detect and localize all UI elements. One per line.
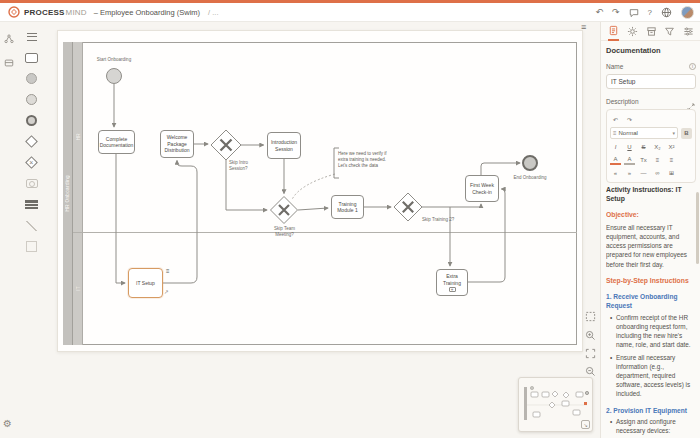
app-window: PROCESS MIND – Employee Onboarding (Swim… [0, 0, 700, 438]
doc-block-p: Ensure all necessary IT equipment, accou… [606, 223, 694, 269]
name-input[interactable] [606, 74, 696, 89]
task-it-setup[interactable]: IT Setup [128, 268, 163, 298]
paragraph-style-select[interactable]: ≡Normal▾ [610, 127, 678, 139]
clear-format-button[interactable]: Tx [638, 154, 649, 165]
text-color-button[interactable]: A [610, 155, 621, 165]
palette-menu[interactable] [18, 26, 45, 47]
frame-select-icon[interactable] [584, 310, 596, 322]
doc-block-bh: 2. Provision IT Equipment [606, 407, 694, 416]
gateway-skip-intro-label: Skip Intro Session? [229, 160, 253, 172]
fit-screen-icon[interactable] [584, 347, 596, 359]
zoom-in-icon[interactable] [584, 329, 596, 341]
subscript-button[interactable]: X₂ [652, 141, 663, 152]
pool-outline[interactable] [63, 42, 577, 345]
doc-block-li: Confirm receipt of the HR onboarding req… [606, 314, 694, 350]
panel-scrollbar[interactable] [696, 192, 699, 264]
board-icon[interactable] [4, 54, 14, 72]
palette-connector-tool[interactable] [18, 215, 45, 236]
tune-icon[interactable] [683, 22, 694, 41]
intermediate-event-tool-icon [26, 94, 37, 105]
italic-button[interactable]: I [610, 141, 621, 152]
palette-lane-tool[interactable] [18, 194, 45, 215]
doc-block-li: Ensure all necessary information (e.g., … [606, 354, 694, 399]
redo-button[interactable]: ↷ [624, 114, 635, 125]
breadcrumb-suffix[interactable]: / ... [208, 8, 218, 17]
task-complete-documentation[interactable]: Complete Documentation [98, 130, 135, 154]
horizontal-rule-button[interactable]: — [638, 167, 649, 178]
undo-icon[interactable]: ↶ [595, 8, 603, 17]
highlight-color-button[interactable]: A [624, 155, 635, 165]
filter-icon[interactable] [664, 22, 675, 41]
start-event-label: Start Onboarding [84, 57, 144, 63]
settings-icon[interactable] [627, 22, 638, 41]
undo-button[interactable]: ↶ [610, 114, 621, 125]
it-setup-doc-indicator-icon[interactable]: ≡ [166, 268, 170, 276]
help-icon[interactable]: ? [648, 9, 652, 17]
header-bar: PROCESS MIND – Employee Onboarding (Swim… [0, 3, 700, 22]
hierarchy-icon[interactable] [4, 30, 14, 48]
lane-top-header[interactable]: HR [73, 42, 83, 232]
comment-icon[interactable] [629, 8, 639, 18]
brand: PROCESS MIND – Employee Onboarding (Swim… [8, 6, 219, 18]
task-training-module[interactable]: Training Module 1 [331, 195, 364, 219]
pool-label: HR Onboarding [65, 175, 70, 211]
strikethrough-button[interactable]: S [638, 141, 649, 152]
info-icon[interactable]: i [689, 63, 696, 70]
gateway-tool-icon [25, 135, 38, 148]
redo-icon[interactable]: ↷ [612, 8, 620, 17]
lane-bottom-label: IT [76, 286, 81, 291]
minimap-collapse-icon[interactable]: ↘ [581, 420, 590, 429]
subprocess-tool-icon [26, 179, 38, 188]
end-event-label: End Onboarding [500, 175, 560, 181]
start-event-tool-icon [26, 73, 37, 84]
exclusive-gateway-tool-icon [25, 156, 38, 169]
palette-frame-tool[interactable] [18, 236, 45, 257]
task-extra-training[interactable]: Extra Training + [436, 269, 468, 296]
pool-header[interactable]: HR Onboarding [63, 42, 73, 345]
globe-icon[interactable] [661, 7, 672, 18]
panel-title: Documentation [606, 46, 661, 55]
link-button[interactable]: ∞ [652, 167, 663, 178]
zoom-out-icon[interactable] [584, 365, 596, 377]
bold-button[interactable]: B [681, 128, 692, 139]
subprocess-marker-icon: + [449, 287, 456, 292]
superscript-button[interactable]: X² [666, 141, 677, 152]
palette-end-event-tool[interactable] [18, 110, 45, 131]
align-left-button[interactable]: ≡ [652, 154, 663, 165]
palette-start-event-tool[interactable] [18, 68, 45, 89]
palette-gateway-tool[interactable] [18, 131, 45, 152]
task-first-week-checkin[interactable]: First Week Check-in [465, 175, 499, 202]
palette-exclusive-gateway-tool[interactable] [18, 152, 45, 173]
indent-button[interactable]: » [624, 167, 635, 178]
task-introduction-session[interactable]: Introduction Session [267, 132, 301, 159]
palette-subprocess-tool[interactable] [18, 173, 45, 194]
minimap[interactable]: ↘ [518, 377, 593, 432]
annotation-text[interactable]: Here we need to verify if extra training… [338, 151, 387, 169]
align-right-button[interactable]: ≡ [666, 154, 677, 165]
user-avatar[interactable] [681, 6, 694, 19]
doc-block-oh: Objective: [606, 210, 694, 219]
brand-name-light: MIND [66, 8, 87, 17]
task-welcome-package[interactable]: Welcome Package Distribution [160, 130, 194, 158]
outdent-button[interactable]: « [610, 167, 621, 178]
it-setup-link-icon[interactable]: ↗ [164, 289, 169, 296]
panel-toggle-icon[interactable]: ≡ [581, 22, 586, 32]
end-event-tool-icon [26, 115, 37, 126]
doc-block-h: Activity Instructions: IT Setup [606, 185, 694, 203]
shape-palette [18, 26, 45, 257]
settings-gear-icon[interactable]: ⚙ [3, 418, 12, 429]
documentation-icon[interactable] [608, 22, 619, 41]
documentation-content[interactable]: Activity Instructions: IT SetupObjective… [606, 182, 694, 438]
lane-bottom-header[interactable]: IT [73, 232, 83, 345]
library-icon[interactable] [646, 22, 657, 41]
doc-block-li: Assign and configure necessary devices: [606, 418, 694, 436]
description-field-label: Description [606, 98, 639, 105]
palette-task-tool[interactable] [18, 47, 45, 68]
accent-strip [0, 0, 700, 3]
underline-button[interactable]: U [624, 141, 635, 152]
palette-intermediate-event-tool[interactable] [18, 89, 45, 110]
table-button[interactable]: ⊞ [666, 167, 677, 178]
name-field-label: Name [606, 63, 623, 70]
gateway-skip-team-label: Skip Team Meeting? [270, 226, 299, 238]
lane-top-label: HR [76, 133, 81, 140]
